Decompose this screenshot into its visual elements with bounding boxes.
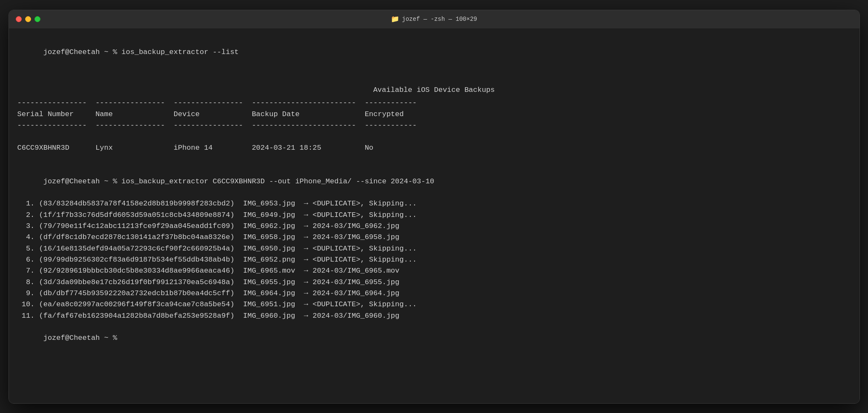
terminal-body[interactable]: jozef@Cheetah ~ % ios_backup_extractor -… xyxy=(9,29,859,403)
prompt-line-2: jozef@Cheetah ~ % ios_backup_extractor C… xyxy=(17,165,851,198)
close-button[interactable] xyxy=(16,16,22,22)
prompt-line-3: jozef@Cheetah ~ % xyxy=(17,322,851,355)
output-lines: 1. (83/83284db5837a78f4158e2d8b819b9998f… xyxy=(17,198,851,322)
prompt-text-3: jozef@Cheetah ~ % xyxy=(43,334,117,342)
output-line-6: 6. (99/99db9256302cf83a6d9187b534ef55ddb… xyxy=(17,254,851,265)
output-line-11: 11. (fa/faf67eb1623904a1282b8a7d8befa253… xyxy=(17,310,851,322)
output-line-1: 1. (83/83284db5837a78f4158e2d8b819b9998f… xyxy=(17,198,851,209)
prompt-text-2: jozef@Cheetah ~ % ios_backup_extractor C… xyxy=(43,177,434,185)
table-header: Serial Number Name Device Backup Date En… xyxy=(17,109,851,120)
output-line-2: 2. (1f/1f7b33c76d5dfd6053d59a051c8cb4348… xyxy=(17,210,851,221)
table-data-row: C6CC9XBHNR3D Lynx iPhone 14 2024-03-21 1… xyxy=(17,142,851,154)
minimize-button[interactable] xyxy=(25,16,31,22)
table-separator-1: ---------------- ---------------- ------… xyxy=(17,97,851,108)
window-title: 📁 jozef — -zsh — 100×29 xyxy=(391,15,477,23)
blank-line-3 xyxy=(17,154,851,165)
prompt-text-1: jozef@Cheetah ~ % ios_backup_extractor -… xyxy=(43,48,239,56)
output-line-5: 5. (16/16e8135defd94a05a72293c6cf90f2c66… xyxy=(17,243,851,254)
title-bar: 📁 jozef — -zsh — 100×29 xyxy=(9,10,859,29)
folder-icon: 📁 xyxy=(391,15,399,23)
traffic-lights xyxy=(16,16,40,22)
output-line-7: 7. (92/9289619bbbcb30dc5b8e30334d8ae9966… xyxy=(17,265,851,276)
output-line-9: 9. (db/dbf7745b93592220a2732edcb1b87b0ea… xyxy=(17,288,851,299)
blank-line-1 xyxy=(17,69,851,80)
table-title: Available iOS Device Backups xyxy=(17,85,851,96)
window-title-text: jozef — -zsh — 100×29 xyxy=(402,16,477,23)
maximize-button[interactable] xyxy=(34,16,40,22)
terminal-window: 📁 jozef — -zsh — 100×29 jozef@Cheetah ~ … xyxy=(9,10,860,404)
output-line-4: 4. (df/df8c1db7ecd2878c130141a2f37b8bc04… xyxy=(17,232,851,243)
table-separator-2: ---------------- ---------------- ------… xyxy=(17,120,851,131)
output-line-3: 3. (79/790e11f4c12abc11213fce9f29aa045ea… xyxy=(17,221,851,232)
output-line-10: 10. (ea/ea8c02997ac00296f149f8f3ca94cae7… xyxy=(17,299,851,310)
blank-line-2 xyxy=(17,131,851,142)
output-line-8: 8. (3d/3da09bbe8e17cb26d19f0bf99121370ea… xyxy=(17,277,851,288)
prompt-line-1: jozef@Cheetah ~ % ios_backup_extractor -… xyxy=(17,36,851,69)
